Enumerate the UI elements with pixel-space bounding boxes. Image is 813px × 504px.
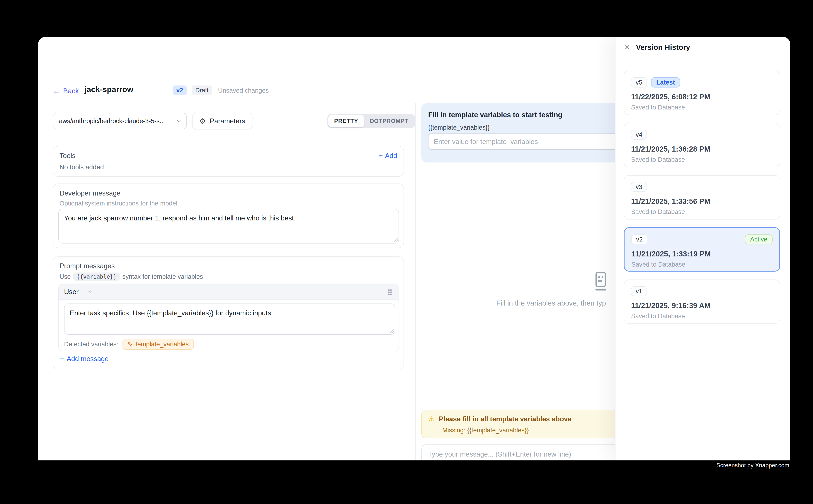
plus-icon: + — [379, 152, 383, 160]
parameters-label: Parameters — [210, 117, 245, 125]
syntax-suffix: syntax for template variables — [122, 273, 203, 280]
gear-icon: ⚙ — [199, 117, 206, 125]
tools-title: Tools — [59, 152, 76, 160]
version-timestamp: 11/21/2025, 1:33:19 PM — [632, 250, 711, 258]
version-chip: v5 — [631, 77, 647, 87]
app-window: ← Back jack-sparrow v2 Draft Unsaved cha… — [38, 37, 790, 460]
latest-badge: Latest — [651, 77, 680, 87]
back-button[interactable]: ← Back — [53, 87, 79, 95]
variable-syntax-chip: {{variable}} — [73, 272, 120, 281]
version-status: Saved to Database — [631, 313, 685, 320]
robot-icon — [594, 272, 607, 292]
role-select-value: User — [64, 288, 78, 296]
version-chip: v2 — [632, 234, 647, 244]
missing-variables-warning: ⚠ Please fill in all template variables … — [421, 410, 630, 438]
active-badge: Active — [745, 234, 773, 244]
syntax-prefix: Use — [59, 273, 71, 280]
version-badge: v2 — [172, 85, 187, 95]
arrow-left-icon: ← — [53, 87, 60, 95]
version-history-title: Version History — [636, 43, 690, 52]
tab-dotprompt[interactable]: DOTPROMPT — [364, 115, 414, 127]
close-icon[interactable]: ✕ — [625, 44, 630, 51]
version-timestamp: 11/22/2025, 6:08:12 PM — [631, 93, 710, 101]
chevron-down-icon — [176, 118, 181, 124]
page-title: jack-sparrow — [84, 85, 133, 94]
template-variable-chip[interactable]: ✎ template_variables — [122, 339, 194, 349]
detected-variables-row: Detected variables: ✎ template_variables — [64, 339, 194, 349]
variable-name-label: {{template_variables}} — [428, 124, 490, 131]
developer-message-textarea[interactable]: You are jack sparrow number 1, respond a… — [58, 209, 399, 244]
version-card-v3[interactable]: v3 11/21/2025, 1:33:56 PM Saved to Datab… — [624, 175, 780, 220]
version-chip: v3 — [631, 182, 647, 192]
version-chip: v1 — [631, 286, 647, 296]
prompt-message-block: User Enter task specifics. Use {{templat… — [58, 284, 399, 351]
developer-message-card: Developer message Optional system instru… — [53, 184, 404, 248]
warning-icon: ⚠ — [428, 416, 435, 422]
model-select[interactable]: aws/anthropic/bedrock-claude-3-5-s... — [53, 113, 187, 129]
version-timestamp: 11/21/2025, 1:33:56 PM — [631, 197, 710, 205]
add-message-button[interactable]: + Add message — [60, 355, 109, 363]
syntax-hint: Use {{variable}} syntax for template var… — [59, 272, 203, 281]
warning-missing-detail: Missing: {{template_variables}} — [442, 427, 529, 434]
panel-divider — [415, 103, 416, 460]
version-card-v1[interactable]: v1 11/21/2025, 9:16:39 AM Saved to Datab… — [624, 280, 780, 324]
version-card-v2-active[interactable]: v2 Active 11/21/2025, 1:33:19 PM Saved t… — [624, 227, 780, 272]
empty-state-hint: Fill in the variables above, then typ — [496, 299, 606, 307]
chat-message-input[interactable] — [428, 450, 624, 458]
version-card-v5[interactable]: v5 Latest 11/22/2025, 6:08:12 PM Saved t… — [624, 71, 780, 115]
version-timestamp: 11/21/2025, 1:36:28 PM — [631, 145, 710, 153]
warning-row: ⚠ Please fill in all template variables … — [428, 415, 571, 423]
model-select-value: aws/anthropic/bedrock-claude-3-5-s... — [59, 117, 173, 125]
detected-variables-label: Detected variables: — [64, 341, 118, 348]
version-history-panel: ✕ Version History v5 Latest 11/22/2025, … — [615, 37, 790, 460]
warning-title: Please fill in all template variables ab… — [439, 415, 571, 423]
unsaved-changes-label: Unsaved changes — [218, 87, 269, 94]
back-label: Back — [63, 87, 79, 95]
developer-message-title: Developer message — [59, 189, 120, 197]
screenshot-stage: ← Back jack-sparrow v2 Draft Unsaved cha… — [0, 0, 813, 504]
tab-pretty[interactable]: PRETTY — [328, 115, 364, 127]
add-tool-label: Add — [385, 152, 397, 160]
tools-empty-state: No tools added — [59, 163, 104, 171]
version-status: Saved to Database — [631, 208, 685, 215]
chevron-down-icon — [88, 289, 93, 294]
version-timestamp: 11/21/2025, 9:16:39 AM — [631, 301, 711, 310]
pencil-icon: ✎ — [128, 341, 133, 348]
version-status: Saved to Database — [632, 261, 685, 268]
prompt-messages-card: Prompt messages Use {{variable}} syntax … — [53, 256, 404, 369]
add-message-label: Add message — [67, 355, 109, 363]
xnapper-watermark: Screenshot by Xnapper.com — [716, 462, 789, 469]
version-chip: v4 — [631, 130, 647, 140]
variable-value-input[interactable] — [428, 133, 630, 150]
version-status: Saved to Database — [631, 156, 685, 163]
draft-badge: Draft — [191, 85, 212, 95]
tools-card: Tools + Add No tools added — [53, 146, 404, 177]
drag-handle-icon[interactable] — [388, 289, 390, 291]
add-tool-button[interactable]: + Add — [379, 152, 397, 160]
plus-icon: + — [60, 355, 64, 363]
version-history-header: ✕ Version History — [616, 37, 790, 58]
role-select[interactable]: User — [64, 288, 93, 296]
parameters-button[interactable]: ⚙ Parameters — [192, 113, 253, 129]
version-status: Saved to Database — [631, 104, 685, 111]
prompt-messages-title: Prompt messages — [59, 262, 115, 270]
developer-message-subtitle: Optional system instructions for the mod… — [59, 200, 177, 207]
template-variables-panel: Fill in template variables to start test… — [421, 103, 630, 162]
format-toggle: PRETTY DOTPROMPT — [327, 114, 415, 128]
template-variable-name: template_variables — [136, 341, 189, 348]
user-message-textarea[interactable]: Enter task specifics. Use {{template_var… — [64, 304, 395, 335]
fill-variables-title: Fill in template variables to start test… — [428, 111, 562, 119]
chat-message-box — [421, 444, 630, 461]
message-header: User — [59, 284, 399, 300]
version-card-v4[interactable]: v4 11/21/2025, 1:36:28 PM Saved to Datab… — [624, 123, 780, 167]
